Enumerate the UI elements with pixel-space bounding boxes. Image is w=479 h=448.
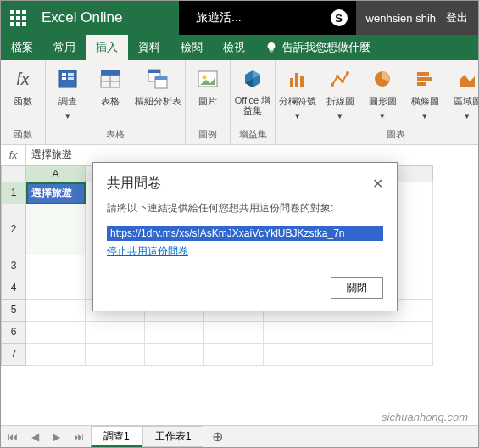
formula-content[interactable]: 選擇旅遊 <box>26 148 72 162</box>
sheet-nav-first[interactable]: ⏮ <box>1 431 25 443</box>
tab-home[interactable]: 常用 <box>43 35 86 60</box>
cell[interactable] <box>86 344 145 366</box>
picture-label: 圖片 <box>198 95 217 108</box>
svg-rect-3 <box>68 73 74 76</box>
svg-rect-16 <box>295 73 298 87</box>
sheet-nav-prev[interactable]: ◀ <box>25 431 46 443</box>
area-chart-button[interactable]: 區域圖▾ <box>447 64 479 123</box>
svg-rect-4 <box>68 77 74 80</box>
line-chart-button[interactable]: 折線圖▾ <box>320 64 360 123</box>
row-header-4[interactable]: 4 <box>1 277 26 300</box>
col-header-a[interactable]: A <box>26 165 86 182</box>
share-survey-dialog: 共用問卷 ✕ 請將以下連結提供給任何您想共用這份問卷的對象: https://1… <box>92 162 398 311</box>
add-sheet-button[interactable]: ⊕ <box>203 428 231 445</box>
row-header-5[interactable]: 5 <box>1 300 26 322</box>
cell[interactable] <box>204 344 264 366</box>
cell[interactable] <box>26 277 86 300</box>
fx-button[interactable]: fx <box>1 145 26 165</box>
tab-file[interactable]: 檔案 <box>1 35 43 60</box>
svg-point-19 <box>336 75 339 78</box>
svg-rect-5 <box>101 70 120 76</box>
pivot-button[interactable]: 樞紐分析表 <box>132 64 183 109</box>
dialog-close-btn[interactable]: 關閉 <box>331 277 383 299</box>
group-functions: fx 函數 函數 <box>1 60 46 144</box>
pivot-icon <box>147 68 169 90</box>
tab-insert[interactable]: 插入 <box>86 35 128 60</box>
cell[interactable] <box>26 344 86 366</box>
svg-rect-24 <box>417 77 432 81</box>
share-url-field[interactable]: https://1drv.ms/xs/s!AsKmJXxaiVcYklUBJKz… <box>107 226 383 241</box>
svg-rect-17 <box>300 76 304 87</box>
group-label-ill: 圖例 <box>198 126 217 143</box>
app-name: Excel Online <box>35 1 179 35</box>
group-label-addins: 增益集 <box>239 126 267 143</box>
svg-marker-26 <box>460 75 475 87</box>
pie-chart-icon <box>373 70 392 88</box>
svg-point-18 <box>331 83 334 87</box>
sheet-tab-survey1[interactable]: 調查1 <box>91 426 142 447</box>
watermark: sichuanhong.com <box>382 411 468 423</box>
group-tables: 調查▾ 表格 樞紐分析表 表格 <box>46 60 186 144</box>
bar-chart-button[interactable]: 橫條圖▾ <box>404 64 445 123</box>
row-header-7[interactable]: 7 <box>1 344 26 366</box>
cell[interactable] <box>86 322 145 344</box>
waffle-icon <box>10 10 26 26</box>
cell[interactable] <box>26 255 86 277</box>
column-chart-icon <box>288 70 307 88</box>
cell[interactable] <box>26 300 86 322</box>
cell[interactable] <box>264 344 433 366</box>
picture-icon <box>197 68 219 90</box>
row-header-2[interactable]: 2 <box>1 204 26 255</box>
cell[interactable] <box>145 344 204 366</box>
insert-function-button[interactable]: fx 函數 <box>3 64 43 109</box>
fx-icon: fx <box>16 70 30 89</box>
document-name[interactable]: 旅遊活... <box>179 1 322 35</box>
ribbon-tabs: 檔案 常用 插入 資料 檢閱 檢視 告訴我您想做什麼 <box>1 35 478 60</box>
sheet-nav-last[interactable]: ⏭ <box>67 431 91 443</box>
cell[interactable] <box>204 322 264 344</box>
svg-rect-12 <box>155 76 167 80</box>
linechart-label: 折線圖 <box>326 95 354 108</box>
addins-icon <box>242 68 264 90</box>
tab-data[interactable]: 資料 <box>128 35 170 60</box>
table-label: 表格 <box>101 95 120 108</box>
sheet-nav-next[interactable]: ▶ <box>46 431 67 443</box>
table-button[interactable]: 表格 <box>90 64 131 109</box>
dialog-description: 請將以下連結提供給任何您想共用這份問卷的對象: <box>107 201 383 216</box>
row-header-6[interactable]: 6 <box>1 322 26 344</box>
skype-icon: S <box>331 9 348 26</box>
addins-label: Office 增益集 <box>234 95 271 115</box>
app-launcher-button[interactable] <box>1 1 35 35</box>
survey-icon <box>57 68 79 90</box>
barchart-label: 橫條圖 <box>411 95 439 108</box>
svg-rect-10 <box>148 70 160 73</box>
cell[interactable] <box>26 204 86 255</box>
dialog-close-button[interactable]: ✕ <box>372 176 383 192</box>
user-name[interactable]: wenhsien shih <box>366 12 436 25</box>
pivot-label: 樞紐分析表 <box>135 95 181 108</box>
column-break-button[interactable]: 分欄符號▾ <box>277 64 318 123</box>
signout-link[interactable]: 登出 <box>446 10 468 25</box>
cell[interactable] <box>264 322 433 344</box>
tell-me-search[interactable]: 告訴我您想做什麼 <box>255 35 370 60</box>
group-illustrations: 圖片 圖例 <box>186 60 231 144</box>
skype-button[interactable]: S <box>322 1 356 35</box>
cell[interactable] <box>145 322 204 344</box>
svg-rect-15 <box>290 78 293 87</box>
select-all-corner[interactable] <box>1 165 26 182</box>
tab-review[interactable]: 檢閱 <box>170 35 213 60</box>
picture-button[interactable]: 圖片 <box>187 64 228 109</box>
office-addins-button[interactable]: Office 增益集 <box>232 64 273 117</box>
cell-a1[interactable]: 選擇旅遊 <box>26 182 86 204</box>
cell[interactable] <box>26 322 86 344</box>
tab-view[interactable]: 檢視 <box>213 35 255 60</box>
pie-chart-button[interactable]: 圓形圖▾ <box>362 64 403 123</box>
stop-sharing-link[interactable]: 停止共用這份問卷 <box>107 245 188 257</box>
sheet-tab-sheet1[interactable]: 工作表1 <box>142 426 204 447</box>
survey-button[interactable]: 調查▾ <box>47 64 88 123</box>
ribbon: fx 函數 函數 調查▾ 表格 樞紐分析表 表格 圖 <box>1 60 478 145</box>
svg-rect-2 <box>62 77 66 80</box>
row-header-1[interactable]: 1 <box>1 182 26 204</box>
row-header-3[interactable]: 3 <box>1 255 26 277</box>
group-label-fx: 函數 <box>14 126 32 143</box>
